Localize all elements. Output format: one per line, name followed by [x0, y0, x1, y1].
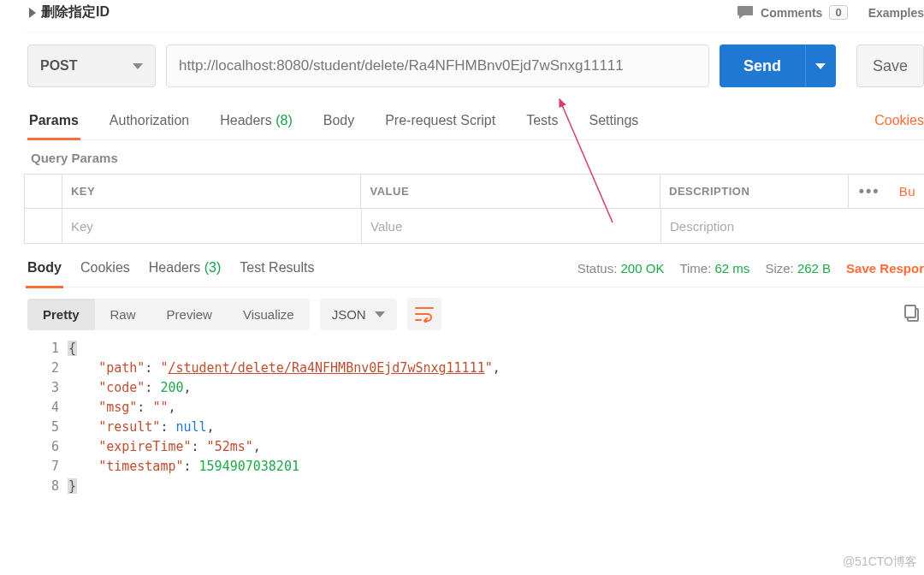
bulk-edit-link[interactable]: Bu — [891, 175, 924, 208]
format-value: JSON — [332, 307, 366, 322]
param-key-input[interactable] — [62, 209, 361, 243]
tab-headers-label: Headers — [220, 113, 271, 128]
expand-icon[interactable] — [29, 8, 36, 18]
chevron-down-icon — [375, 311, 385, 317]
method-value: POST — [40, 58, 78, 74]
col-header-value: VALUE — [360, 175, 660, 208]
examples-button[interactable]: Examples — [868, 6, 924, 20]
query-params-label: Query Params — [24, 140, 924, 174]
comments-button[interactable]: Comments 0 — [737, 5, 848, 21]
size-value: 262 B — [797, 261, 831, 276]
status-value: 200 OK — [621, 261, 665, 276]
send-dropdown-button[interactable] — [805, 44, 836, 87]
time-value: 62 ms — [715, 261, 750, 276]
tab-authorization[interactable]: Authorization — [110, 101, 189, 139]
wrap-lines-button[interactable] — [407, 298, 441, 330]
request-title: 删除指定ID — [41, 3, 110, 21]
tab-settings[interactable]: Settings — [589, 101, 638, 139]
headers-count: (8) — [275, 113, 293, 128]
col-header-key: KEY — [62, 175, 361, 208]
tab-headers[interactable]: Headers (8) — [220, 101, 293, 139]
tab-prerequest[interactable]: Pre-request Script — [385, 101, 495, 139]
visualize-button[interactable]: Visualize — [228, 299, 310, 330]
param-description-input[interactable] — [661, 209, 924, 243]
resp-tab-headers[interactable]: Headers (3) — [149, 254, 222, 282]
raw-button[interactable]: Raw — [95, 299, 151, 330]
code-content[interactable]: { "path": "/student/delete/Ra4NFHMBnv0Ej… — [68, 339, 500, 496]
svg-rect-1 — [905, 305, 915, 317]
chevron-down-icon — [133, 63, 143, 69]
comments-label: Comments — [761, 6, 822, 20]
method-select[interactable]: POST — [27, 44, 156, 87]
format-select[interactable]: JSON — [320, 299, 397, 330]
save-response-button[interactable]: Save Respor — [846, 261, 924, 276]
preview-button[interactable]: Preview — [151, 299, 228, 330]
line-gutter: 1 2 3 4 5 6 7 8 — [24, 339, 68, 496]
response-body: 1 2 3 4 5 6 7 8 { "path": "/student/dele… — [24, 339, 924, 531]
pretty-button[interactable]: Pretty — [27, 299, 95, 330]
tab-params[interactable]: Params — [29, 101, 79, 139]
save-button[interactable]: Save — [856, 44, 924, 87]
time-label: Time: — [679, 261, 711, 276]
status-label: Status: — [578, 261, 618, 276]
comment-icon — [737, 5, 754, 21]
tab-body[interactable]: Body — [323, 101, 354, 139]
param-value-input[interactable] — [362, 209, 660, 243]
send-button[interactable]: Send — [720, 44, 805, 87]
resp-headers-count: (3) — [204, 260, 222, 276]
size-label: Size: — [765, 261, 793, 276]
cookies-link[interactable]: Cookies — [874, 113, 924, 128]
tab-tests[interactable]: Tests — [526, 101, 558, 139]
comments-count: 0 — [829, 5, 847, 20]
view-mode-group: Pretty Raw Preview Visualize — [27, 299, 310, 330]
copy-icon[interactable] — [903, 305, 924, 324]
query-params-table: KEY VALUE DESCRIPTION ••• Bu — [24, 174, 924, 244]
resp-tab-testresults[interactable]: Test Results — [240, 254, 314, 282]
resp-tab-cookies[interactable]: Cookies — [80, 254, 130, 282]
chevron-down-icon — [815, 63, 826, 69]
more-options-icon[interactable]: ••• — [848, 175, 891, 208]
resp-tab-body[interactable]: Body — [27, 254, 62, 282]
url-input[interactable] — [166, 44, 709, 87]
col-header-description: DESCRIPTION — [660, 175, 848, 208]
